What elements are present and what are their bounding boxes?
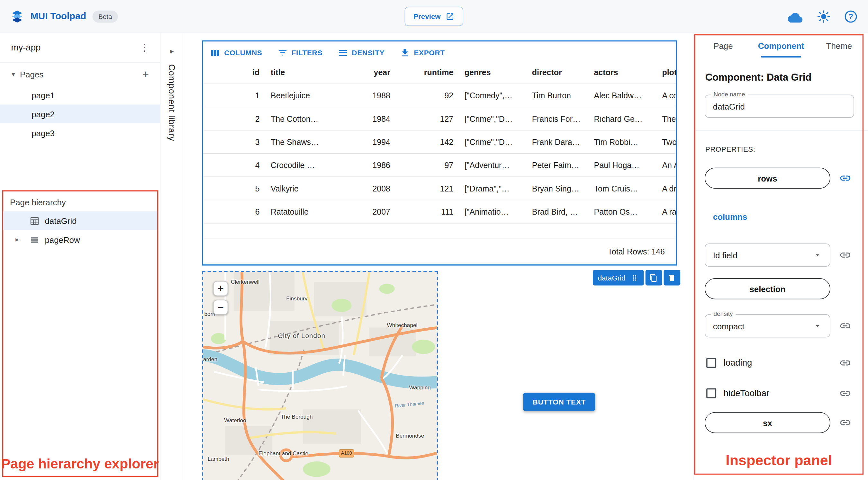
column-header[interactable]: director <box>527 68 589 77</box>
drag-handle-icon[interactable] <box>630 274 639 282</box>
columns-toolbar-button[interactable]: COLUMNS <box>210 47 262 58</box>
column-header[interactable]: id <box>203 68 265 77</box>
bind-link-icon[interactable] <box>839 249 851 261</box>
pages-section-header[interactable]: ▾ Pages + <box>0 63 160 86</box>
toolbar-button-label: DENSITY <box>352 49 384 57</box>
tab-theme[interactable]: Theme <box>810 33 868 58</box>
page-item-label: page1 <box>31 91 55 100</box>
density-icon <box>338 47 348 58</box>
column-header[interactable]: runtime <box>396 68 459 77</box>
add-page-icon[interactable]: + <box>139 69 152 80</box>
tab-component[interactable]: Component <box>752 33 810 58</box>
hidetoolbar-property-row: hideToolbar <box>694 387 868 400</box>
chevron-down-icon <box>813 251 822 260</box>
component-library-label: Component library <box>166 64 177 141</box>
loading-property-row: loading <box>694 356 868 370</box>
preview-button-label: Preview <box>413 12 441 21</box>
app-viewport: MUI Toolpad Beta Preview ? my-app ⋮ ▾ Pa… <box>0 0 868 480</box>
selection-button[interactable]: selection <box>705 278 830 299</box>
page-hierarchy-annotation-box: Page hierarchy dataGrid ▸ pageRow <box>2 190 158 477</box>
table-row[interactable]: 1 Beetlejuice 1988 92 ["Comedy",… Tim Bu… <box>203 84 676 107</box>
cell: Frank Dara… <box>527 137 589 147</box>
node-name-field[interactable]: Node name dataGrid <box>705 94 854 118</box>
cell: ["Adventur… <box>459 161 526 170</box>
table-row[interactable]: 2 The Cotton… 1984 127 ["Crime","D… Fran… <box>203 107 676 130</box>
page-hierarchy-title: Page hierarchy <box>3 191 157 212</box>
column-header[interactable]: plot <box>656 68 676 77</box>
toolbar-button-label: COLUMNS <box>224 49 262 57</box>
cell: Two <box>656 137 676 147</box>
map-component[interactable]: Clerkenwell born Finsbury Whitechapel Ci… <box>202 271 438 480</box>
rows-button[interactable]: rows <box>705 168 830 189</box>
cell: Patton Os… <box>588 207 656 216</box>
app-menu-kebab-icon[interactable]: ⋮ <box>138 41 151 54</box>
chevron-right-icon[interactable]: ▸ <box>10 236 25 244</box>
sidebar-item-page2[interactable]: page2 <box>0 104 160 123</box>
table-row[interactable]: 4 Crocodile … 1986 97 ["Adventur… Peter … <box>203 154 676 177</box>
cell: Ratatouille <box>265 207 343 216</box>
column-header[interactable]: actors <box>588 68 656 77</box>
cell: The <box>656 115 676 123</box>
density-toolbar-button[interactable]: DENSITY <box>338 47 385 58</box>
bind-link-icon[interactable] <box>839 417 851 429</box>
cell: 1 <box>203 91 265 100</box>
hierarchy-item-pagerow[interactable]: ▸ pageRow <box>3 230 157 249</box>
node-name-value: dataGrid <box>713 101 745 111</box>
button-component[interactable]: BUTTON TEXT <box>523 393 595 411</box>
inspector-tabs: Page Component Theme <box>694 33 868 58</box>
expand-chevron-icon[interactable]: ▸ <box>160 46 183 56</box>
beta-badge: Beta <box>92 10 118 23</box>
export-toolbar-button[interactable]: EXPORT <box>400 47 445 58</box>
columns-link[interactable]: columns <box>713 212 747 221</box>
density-select[interactable]: density compact <box>705 314 830 338</box>
column-header[interactable]: genres <box>459 68 526 77</box>
delete-component-button[interactable] <box>663 270 680 285</box>
deploy-cloud-icon[interactable] <box>787 10 802 23</box>
map-place-label: Wapping <box>409 385 431 391</box>
table-row[interactable]: 5 Valkyrie 2008 121 ["Drama","… Bryan Si… <box>203 177 676 200</box>
datagrid-header-row: id title year runtime genres director ac… <box>203 61 676 84</box>
bind-link-icon[interactable] <box>839 387 851 399</box>
id-field-select[interactable]: Id field <box>705 244 830 267</box>
column-header[interactable]: year <box>343 68 396 77</box>
zoom-out-button[interactable]: − <box>213 300 228 315</box>
map-canvas[interactable] <box>203 272 438 480</box>
help-icon[interactable]: ? <box>845 10 857 23</box>
duplicate-component-button[interactable] <box>646 270 662 285</box>
trash-icon <box>668 274 676 282</box>
sx-button[interactable]: sx <box>705 412 830 433</box>
bind-link-icon[interactable] <box>839 172 851 184</box>
table-row[interactable]: 6 Ratatouille 2007 111 ["Animatio… Brad … <box>203 200 676 223</box>
theme-brightness-icon[interactable] <box>817 10 830 23</box>
cell: Crocodile … <box>265 161 343 170</box>
filters-toolbar-button[interactable]: FILTERS <box>277 47 322 58</box>
datagrid-footer: Total Rows: 146 <box>203 238 676 264</box>
zoom-in-button[interactable]: + <box>213 281 228 296</box>
sidebar-item-page1[interactable]: page1 <box>0 86 160 105</box>
table-row[interactable]: 3 The Shaws… 1994 142 ["Crime","D… Frank… <box>203 130 676 154</box>
inspector-panel: Page Component Theme Component: Data Gri… <box>694 33 868 480</box>
tab-page[interactable]: Page <box>694 33 752 58</box>
bind-link-icon[interactable] <box>839 320 851 332</box>
properties-label: PROPERTIES: <box>705 145 868 153</box>
datagrid-component[interactable]: COLUMNS FILTERS DENSITY EXPORT id title <box>202 40 677 266</box>
filter-list-icon <box>277 47 288 58</box>
data-grid-icon <box>29 216 40 226</box>
preview-button[interactable]: Preview <box>405 7 464 26</box>
selection-chip-label: dataGrid <box>598 274 626 282</box>
loading-checkbox[interactable] <box>706 358 716 368</box>
sidebar-item-page3[interactable]: page3 <box>0 123 160 142</box>
hierarchy-item-datagrid[interactable]: dataGrid <box>3 212 157 230</box>
bind-link-icon[interactable] <box>839 357 851 369</box>
column-header[interactable]: title <box>265 68 343 77</box>
hidetoolbar-checkbox[interactable] <box>706 388 716 398</box>
toolbar-button-label: FILTERS <box>291 49 322 57</box>
density-property-row: density compact <box>694 314 868 338</box>
density-label: density <box>711 310 736 317</box>
cell: Valkyrie <box>265 184 343 193</box>
cell: 92 <box>396 91 459 100</box>
cell: 97 <box>396 161 459 170</box>
component-library-strip: ▸ Component library <box>160 33 183 480</box>
selection-chip-handle[interactable]: dataGrid <box>593 270 644 285</box>
map-place-label: City of London <box>278 332 326 340</box>
